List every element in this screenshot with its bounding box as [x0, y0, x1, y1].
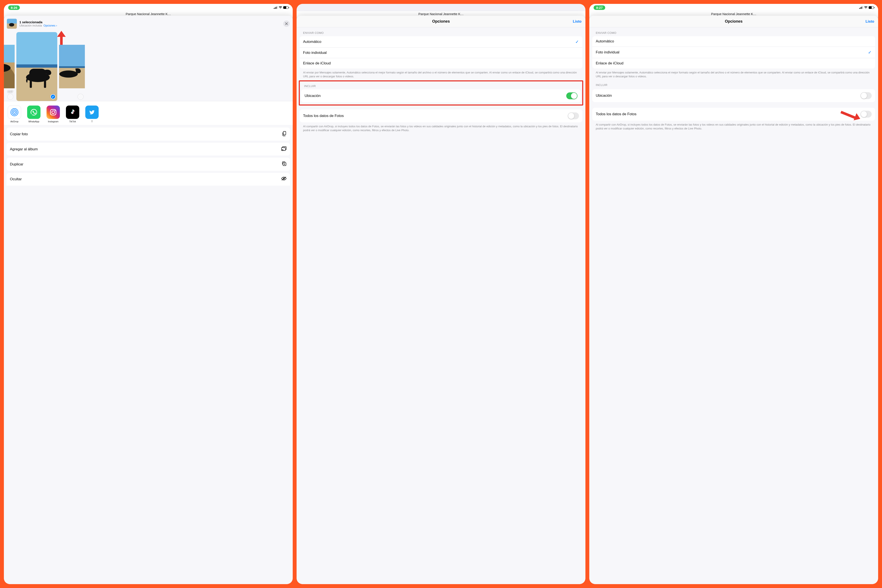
all-photos-data-toggle[interactable] — [861, 111, 872, 118]
options-sheet: Opciones Listo ENVIAR COMO Automático Fo… — [589, 16, 878, 584]
action-hide[interactable]: Ocultar — [6, 173, 290, 186]
location-toggle-on[interactable] — [566, 92, 578, 99]
share-app-whatsapp[interactable]: WhatsApp — [27, 105, 40, 123]
twitter-icon — [85, 105, 99, 119]
send-as-icloud[interactable]: Enlace de iCloud — [592, 58, 875, 69]
section-include-label: INCLUIR — [300, 81, 582, 89]
chevron-right-icon: › — [56, 24, 57, 27]
done-button[interactable]: Listo — [573, 20, 582, 24]
share-header: 1 seleccionada Ubicación incluida Opcion… — [4, 16, 293, 32]
cell-label: Todos los datos de Fotos — [596, 112, 636, 116]
include-location-row: Ubicación — [301, 89, 581, 102]
action-label: Duplicar — [10, 162, 23, 166]
send-as-footer: Al enviar por Mensajes solamente, Automá… — [297, 69, 585, 80]
share-apps-row[interactable]: AirDrop WhatsApp Instagram TikTok — [4, 101, 293, 125]
photo-thumb-next[interactable] — [59, 32, 85, 101]
svg-rect-13 — [59, 45, 85, 66]
copy-icon — [282, 131, 286, 137]
status-time: 8:27 — [594, 5, 605, 10]
photo-thumb-video[interactable]: 0:07 — [4, 32, 15, 101]
all-data-footer: Al compartir con AirDrop, si incluyes to… — [589, 121, 878, 132]
svg-rect-24 — [283, 131, 286, 135]
send-as-icloud[interactable]: Enlace de iCloud — [300, 58, 582, 69]
send-as-footer: Al enviar por Mensajes solamente, Automá… — [589, 69, 878, 80]
svg-point-16 — [59, 70, 78, 78]
svg-point-17 — [14, 111, 15, 113]
cell-label: Foto individual — [303, 51, 327, 55]
section-include-label: INCLUIR — [589, 80, 878, 88]
cell-label: Automático — [303, 40, 321, 44]
battery-icon — [868, 6, 874, 9]
options-title: Opciones — [432, 19, 450, 24]
location-toggle-off[interactable] — [861, 92, 872, 99]
send-as-auto[interactable]: Automático ✓ — [300, 36, 582, 48]
action-add-to-album[interactable]: Agregar al álbum — [6, 143, 290, 156]
send-as-individual[interactable]: Foto individual — [300, 48, 582, 58]
share-app-tiktok[interactable]: TikTok — [66, 105, 79, 123]
close-icon — [285, 22, 288, 25]
app-label: TikTok — [66, 120, 79, 123]
photo-carousel[interactable]: 0:07 — [4, 32, 293, 101]
share-app-twitter-partial[interactable]: T — [85, 105, 99, 123]
all-photos-data-toggle[interactable] — [568, 112, 579, 119]
app-label: WhatsApp — [27, 120, 40, 123]
battery-icon — [283, 6, 288, 9]
svg-rect-0 — [7, 19, 17, 24]
options-header: Opciones Listo — [589, 16, 878, 27]
send-as-individual[interactable]: Foto individual ✓ — [592, 47, 875, 58]
include-all-data-group: Todos los datos de Fotos — [592, 108, 875, 121]
video-duration-label: 0:07 — [8, 90, 13, 93]
status-icons — [859, 6, 874, 9]
cell-label: Automático — [596, 39, 614, 44]
add-to-album-icon — [281, 146, 286, 152]
cell-label: Enlace de iCloud — [303, 61, 331, 66]
selection-indicator-checked[interactable] — [50, 94, 56, 99]
wifi-icon — [279, 6, 282, 9]
screenshot-options-location-on: .. Parque Nacional Jeannette K… Opciones… — [297, 4, 585, 584]
cell-label: Foto individual — [596, 50, 620, 54]
done-button[interactable]: Listo — [866, 20, 874, 24]
selected-count-label: 1 seleccionada — [20, 20, 280, 24]
share-sheet: 1 seleccionada Ubicación incluida Opcion… — [4, 16, 293, 584]
selected-photo-thumbnail — [7, 19, 17, 28]
share-actions-list: Copiar foto Agregar al álbum Duplicar Oc… — [4, 125, 293, 186]
options-header: Opciones Listo — [297, 16, 585, 27]
cell-label: Ubicación — [304, 94, 321, 98]
close-button[interactable] — [283, 21, 290, 27]
section-send-as-label: ENVIAR COMO — [297, 27, 585, 36]
svg-point-22 — [52, 111, 55, 114]
cellular-icon — [274, 6, 278, 9]
cell-label: Enlace de iCloud — [596, 61, 624, 66]
app-label: AirDrop — [8, 120, 21, 123]
photo-thumb-selected[interactable] — [16, 32, 57, 101]
svg-rect-3 — [4, 45, 15, 63]
action-label: Copiar foto — [10, 132, 28, 136]
selection-indicator[interactable] — [8, 94, 13, 99]
whatsapp-icon — [27, 105, 40, 119]
annotation-highlight-box: INCLUIR Ubicación — [299, 80, 583, 105]
all-data-footer: Al compartir con AirDrop, si incluyes to… — [297, 122, 585, 134]
include-location-group: Ubicación — [301, 89, 581, 102]
send-as-auto[interactable]: Automático — [592, 36, 875, 47]
status-icons — [274, 6, 288, 9]
screenshot-options-location-off: 8:27 Parque Nacional Jeannette K… Opcion… — [589, 4, 878, 584]
svg-rect-11 — [30, 81, 32, 88]
screenshot-share-sheet: 8:26 Parque Nacional Jeannette K… 1 sele… — [4, 4, 293, 584]
share-app-airdrop[interactable]: AirDrop — [8, 105, 21, 123]
options-title: Opciones — [725, 19, 742, 24]
cellular-icon — [859, 6, 863, 9]
share-app-instagram[interactable]: Instagram — [46, 105, 60, 123]
selection-indicator[interactable] — [78, 94, 83, 99]
hide-icon — [281, 176, 286, 182]
airdrop-icon — [8, 105, 21, 119]
include-location-group: Ubicación — [592, 89, 875, 102]
action-duplicate[interactable]: Duplicar — [6, 158, 290, 171]
duplicate-icon — [282, 161, 286, 167]
svg-rect-6 — [16, 32, 57, 66]
share-options-link[interactable]: Opciones › — [44, 24, 57, 27]
instagram-icon — [46, 105, 60, 119]
app-label: Instagram — [46, 120, 60, 123]
action-copy-photo[interactable]: Copiar foto — [6, 128, 290, 141]
svg-point-2 — [9, 23, 14, 27]
svg-point-23 — [54, 110, 56, 111]
